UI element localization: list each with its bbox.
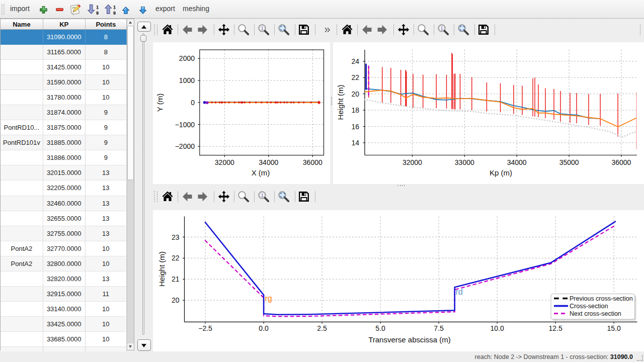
svg-text:1: 1 — [440, 25, 443, 31]
svg-text:36000: 36000 — [303, 158, 323, 166]
svg-text:16: 16 — [351, 123, 359, 131]
svg-text:14: 14 — [351, 139, 359, 147]
svg-text:1: 1 — [96, 5, 99, 10]
svg-text:Transverse abscissa (m): Transverse abscissa (m) — [368, 335, 451, 344]
svg-text:23: 23 — [172, 233, 180, 241]
svg-text:Previous cross-section: Previous cross-section — [570, 295, 633, 302]
svg-text:9: 9 — [96, 11, 99, 15]
svg-text:Y (m): Y (m) — [155, 94, 164, 112]
svg-text:rg: rg — [265, 294, 272, 303]
svg-text:12.5: 12.5 — [548, 324, 562, 332]
svg-text:1: 1 — [113, 5, 116, 10]
svg-text:15.0: 15.0 — [607, 324, 620, 332]
svg-text:Next cross-section: Next cross-section — [570, 310, 621, 317]
svg-text:34000: 34000 — [507, 158, 527, 166]
svg-text:33000: 33000 — [455, 158, 474, 166]
svg-text:20: 20 — [351, 90, 359, 98]
svg-text:22: 22 — [172, 254, 180, 262]
svg-text:Height (m): Height (m) — [336, 85, 345, 120]
svg-text:1000: 1000 — [179, 76, 195, 84]
svg-text:34000: 34000 — [259, 158, 278, 166]
svg-text:18: 18 — [351, 106, 359, 114]
svg-text:−2000: −2000 — [175, 142, 195, 150]
svg-text:7.5: 7.5 — [434, 324, 444, 332]
svg-text:36000: 36000 — [611, 158, 631, 166]
svg-text:35000: 35000 — [559, 158, 579, 166]
svg-text:20: 20 — [172, 296, 180, 304]
svg-text:21: 21 — [172, 275, 180, 283]
svg-text:0.0: 0.0 — [259, 324, 269, 332]
svg-text:22: 22 — [351, 73, 359, 81]
svg-text:Cross-section: Cross-section — [570, 303, 608, 310]
svg-text:1: 1 — [261, 192, 264, 198]
svg-text:−1000: −1000 — [175, 121, 195, 129]
svg-text:Kp (m): Kp (m) — [490, 168, 512, 177]
svg-text:1: 1 — [261, 25, 264, 31]
svg-text:2.5: 2.5 — [317, 324, 327, 332]
svg-text:32000: 32000 — [403, 158, 422, 166]
svg-text:2000: 2000 — [179, 54, 195, 62]
svg-text:0: 0 — [191, 99, 195, 107]
svg-text:24: 24 — [351, 57, 359, 65]
svg-text:−2.5: −2.5 — [198, 324, 212, 332]
svg-text:9: 9 — [113, 11, 116, 15]
svg-text:X (m): X (m) — [252, 168, 270, 177]
svg-text:5.0: 5.0 — [375, 324, 385, 332]
svg-text:rd: rd — [456, 288, 463, 296]
svg-text:32000: 32000 — [215, 158, 234, 166]
svg-text:10.0: 10.0 — [490, 324, 504, 332]
svg-text:Height (m): Height (m) — [157, 251, 166, 287]
